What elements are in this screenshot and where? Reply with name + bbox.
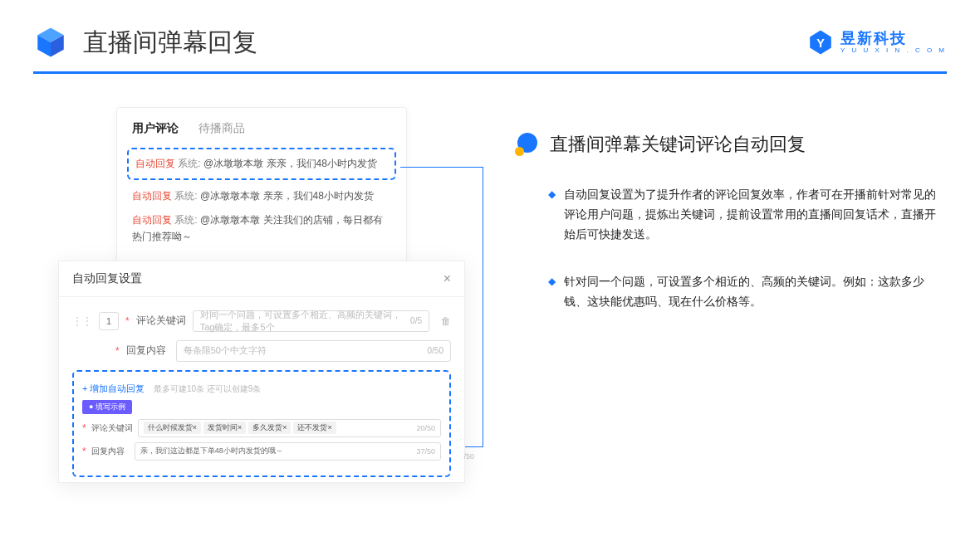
keyword-chip[interactable]: 什么时候发货×: [144, 422, 201, 434]
system-label: 系统:: [174, 214, 197, 226]
keyword-chip[interactable]: 多久发货×: [248, 422, 291, 434]
page-title: 直播间弹幕回复: [83, 26, 257, 60]
brand-logo: Y 昱新科技 Y U U X I N . C O M: [807, 29, 947, 56]
comment-line: 自动回复 系统: @冰墩墩本墩 关注我们的店铺，每日都有热门推荐呦～: [132, 212, 391, 244]
input-counter: 0/5: [410, 316, 422, 325]
logo-text: 昱新科技: [840, 31, 947, 46]
example-content-label: 回复内容: [91, 446, 130, 457]
comments-card: 用户评论 待播商品 自动回复 系统: @冰墩墩本墩 亲亲，我们48小时内发货 自…: [116, 107, 407, 269]
input-counter: 20/50: [416, 424, 435, 432]
logo-subtext: Y U U X I N . C O M: [840, 47, 947, 54]
example-content-text: 亲，我们这边都是下单48小时内发货的哦～: [140, 446, 283, 456]
input-counter: 37/50: [416, 447, 435, 456]
comments-tabs: 用户评论 待播商品: [132, 121, 391, 136]
comment-line: 自动回复 系统: @冰墩墩本墩 亲亲，我们48小时内发货: [132, 188, 391, 204]
required-indicator: *: [115, 345, 120, 357]
auto-reply-tag: 自动回复: [135, 158, 175, 169]
system-label: 系统:: [174, 190, 197, 202]
required-indicator: *: [82, 422, 86, 434]
keyword-input[interactable]: 对同一个问题，可设置多个相近、高频的关键词，Tag确定，最多5个 0/5: [193, 310, 429, 332]
bubble-icon: [515, 133, 538, 156]
connector-line: [483, 167, 483, 447]
keyword-chip[interactable]: 发货时间×: [203, 422, 246, 434]
add-note-text: 最多可建10条 还可以创建9条: [154, 384, 261, 393]
example-content-row: * 回复内容 亲，我们这边都是下单48小时内发货的哦～ 37/50: [82, 442, 441, 461]
svg-text:Y: Y: [816, 37, 825, 50]
drag-handle-icon[interactable]: ⋮⋮: [72, 315, 92, 327]
content-input[interactable]: 每条限50个中文字符 0/50: [176, 340, 451, 362]
close-button[interactable]: ×: [443, 271, 451, 286]
system-label: 系统:: [178, 158, 200, 169]
required-indicator: *: [125, 315, 130, 327]
placeholder-text: 每条限50个中文字符: [184, 344, 267, 357]
example-content-input[interactable]: 亲，我们这边都是下单48小时内发货的哦～ 37/50: [135, 442, 441, 461]
add-auto-reply-link[interactable]: + 增加自动回复: [82, 383, 145, 393]
row-number: 1: [99, 312, 119, 330]
auto-reply-settings-panel: 自动回复设置 × ⋮⋮ 1 * 评论关键词 对同一个问题，可设置多个相近、高频的…: [58, 261, 465, 483]
page-header: 直播间弹幕回复 Y 昱新科技 Y U U X I N . C O M: [0, 0, 980, 60]
section-title-row: 直播间弹幕关键词评论自动回复: [515, 132, 947, 157]
example-badge: ● 填写示例: [82, 400, 132, 414]
bullet-text: 自动回复设置为了提升作者的评论回复效率，作者可在开播前针对常见的评论用户问题，提…: [564, 185, 947, 244]
required-indicator: *: [82, 446, 86, 457]
placeholder-text: 对同一个问题，可设置多个相近、高频的关键词，Tag确定，最多5个: [200, 309, 410, 334]
logo-icon: Y: [807, 29, 834, 56]
bullet-item: ◆ 针对同一个问题，可设置多个相近的、高频的关键词。例如：这款多少钱、这块能优惠…: [515, 272, 947, 312]
left-column: 用户评论 待播商品 自动回复 系统: @冰墩墩本墩 亲亲，我们48小时内发货 自…: [58, 107, 465, 483]
settings-header: 自动回复设置 ×: [59, 261, 464, 297]
delete-icon[interactable]: 🗑: [441, 315, 451, 327]
section-title: 直播间弹幕关键词评论自动回复: [550, 132, 806, 157]
auto-reply-tag: 自动回复: [132, 190, 172, 202]
example-block: + 增加自动回复 最多可建10条 还可以创建9条 ● 填写示例 * 评论关键词 …: [72, 370, 451, 477]
diamond-icon: ◆: [548, 185, 556, 244]
comment-line: 自动回复 系统: @冰墩墩本墩 亲亲，我们48小时内发货: [135, 156, 388, 172]
connector-line: [400, 167, 483, 168]
comment-text: @冰墩墩本墩 亲亲，我们48小时内发货: [203, 158, 377, 169]
example-keyword-row: * 评论关键词 什么时候发货× 发货时间× 多久发货× 还不发货× 20/50: [82, 419, 441, 437]
bullet-text: 针对同一个问题，可设置多个相近的、高频的关键词。例如：这款多少钱、这块能优惠吗、…: [564, 272, 947, 312]
highlighted-comment: 自动回复 系统: @冰墩墩本墩 亲亲，我们48小时内发货: [127, 148, 396, 180]
keyword-label: 评论关键词: [136, 314, 186, 328]
tab-pending-products[interactable]: 待播商品: [198, 121, 245, 136]
input-counter: 0/50: [428, 346, 443, 355]
diamond-icon: ◆: [548, 272, 556, 312]
example-keyword-label: 评论关键词: [91, 422, 133, 434]
settings-title: 自动回复设置: [72, 271, 142, 286]
bullet-item: ◆ 自动回复设置为了提升作者的评论回复效率，作者可在开播前针对常见的评论用户问题…: [515, 185, 947, 244]
comment-text: @冰墩墩本墩 亲亲，我们48小时内发货: [200, 190, 374, 202]
tab-user-comments[interactable]: 用户评论: [132, 121, 179, 136]
example-keyword-input[interactable]: 什么时候发货× 发货时间× 多久发货× 还不发货× 20/50: [138, 419, 441, 437]
right-column: 直播间弹幕关键词评论自动回复 ◆ 自动回复设置为了提升作者的评论回复效率，作者可…: [515, 107, 947, 483]
content-row: * 回复内容 每条限50个中文字符 0/50: [72, 340, 451, 362]
keyword-chip[interactable]: 还不发货×: [293, 422, 336, 434]
cube-icon: [33, 25, 68, 60]
extra-counter: /50: [463, 452, 474, 461]
content-label: 回复内容: [126, 344, 169, 358]
keyword-row: ⋮⋮ 1 * 评论关键词 对同一个问题，可设置多个相近、高频的关键词，Tag确定…: [72, 310, 451, 332]
auto-reply-tag: 自动回复: [132, 214, 172, 226]
